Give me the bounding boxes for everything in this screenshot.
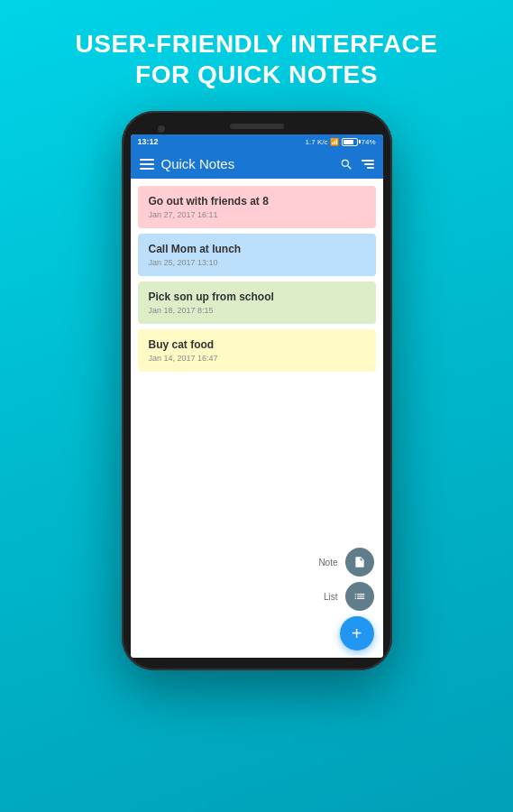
note-card-2[interactable]: Call Mom at lunch Jan 25, 2017 13:10 xyxy=(138,234,376,276)
note-date-2: Jan 25, 2017 13:10 xyxy=(149,258,365,267)
note-card-3[interactable]: Pick son up from school Jan 18, 2017 8:1… xyxy=(138,281,376,324)
fab-list-option: List xyxy=(324,582,374,611)
fab-note-option: Note xyxy=(318,548,373,577)
app-bar-left: Quick Notes xyxy=(140,156,235,171)
fab-area: Note List + xyxy=(131,540,383,658)
battery-fill xyxy=(344,140,353,144)
search-icon xyxy=(340,158,353,171)
app-title: Quick Notes xyxy=(161,156,235,171)
svg-point-0 xyxy=(342,160,348,166)
hamburger-icon[interactable] xyxy=(140,159,154,170)
status-bar: 13:12 1.7 K/c 📶 74% xyxy=(131,134,383,149)
list-icon xyxy=(353,590,366,603)
search-button[interactable] xyxy=(340,158,353,171)
headline-line1: USER-FRIENDLY INTERFACE xyxy=(76,30,438,58)
note-date-3: Jan 18, 2017 8:15 xyxy=(149,306,365,315)
status-right: 1.7 K/c 📶 74% xyxy=(306,138,376,146)
app-bar-right xyxy=(340,158,374,171)
note-title-1: Go out with friends at 8 xyxy=(149,195,365,208)
fab-add-option: + xyxy=(340,616,374,651)
phone-speaker xyxy=(230,124,284,129)
battery-icon xyxy=(342,138,358,146)
note-date-1: Jan 27, 2017 16:11 xyxy=(149,210,365,219)
phone-camera xyxy=(158,125,165,133)
sort-icon xyxy=(362,160,374,169)
note-title-2: Call Mom at lunch xyxy=(149,243,365,255)
app-bar: Quick Notes xyxy=(131,149,383,179)
phone-screen: 13:12 1.7 K/c 📶 74% Quick Notes xyxy=(131,134,383,658)
phone-shell: 13:12 1.7 K/c 📶 74% Quick Notes xyxy=(122,111,392,670)
sort-button[interactable] xyxy=(362,160,374,169)
note-card-4[interactable]: Buy cat food Jan 14, 2017 16:47 xyxy=(138,329,376,372)
note-card-1[interactable]: Go out with friends at 8 Jan 27, 2017 16… xyxy=(138,186,376,228)
fab-add-button[interactable]: + xyxy=(340,616,374,651)
status-time: 13:12 xyxy=(138,137,159,146)
note-date-4: Jan 14, 2017 16:47 xyxy=(149,354,365,363)
battery-percent: 74% xyxy=(361,138,375,146)
fab-list-label: List xyxy=(324,592,338,602)
note-title-4: Buy cat food xyxy=(149,338,365,351)
headline: USER-FRIENDLY INTERFACE FOR QUICK NOTES xyxy=(58,29,456,89)
headline-line2: FOR QUICK NOTES xyxy=(135,60,378,88)
fab-add-icon: + xyxy=(352,623,362,644)
network-info: 1.7 K/c xyxy=(306,138,328,146)
note-title-3: Pick son up from school xyxy=(149,291,365,303)
fab-note-button[interactable] xyxy=(345,548,374,577)
notes-list: Go out with friends at 8 Jan 27, 2017 16… xyxy=(131,179,383,540)
svg-line-1 xyxy=(347,165,351,169)
note-icon xyxy=(353,556,366,568)
fab-list-button[interactable] xyxy=(345,582,374,611)
wifi-icon: 📶 xyxy=(330,138,339,146)
phone-top-bar xyxy=(131,124,383,129)
fab-note-label: Note xyxy=(318,558,337,567)
